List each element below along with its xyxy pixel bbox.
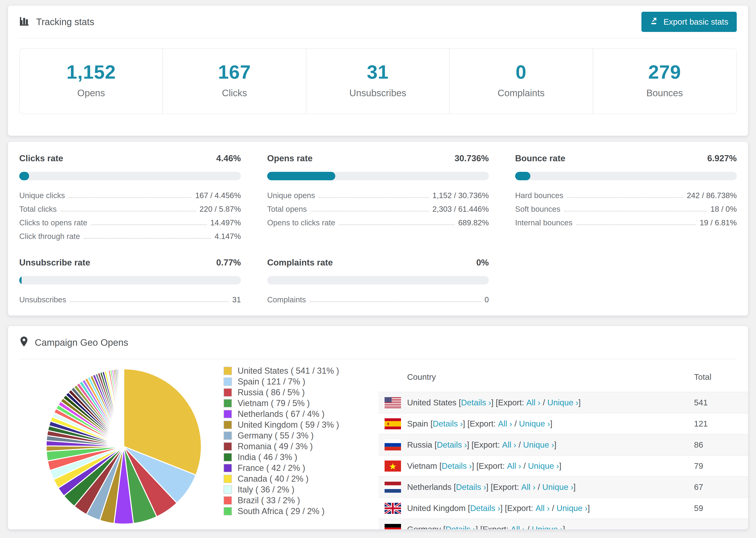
geo-content: United States ( 541 / 31% )Spain ( 121 /… bbox=[8, 359, 748, 529]
flag-ru-icon bbox=[385, 439, 401, 451]
details-link[interactable]: Details › bbox=[445, 525, 475, 529]
legend-item-india[interactable]: India ( 46 / 3% ) bbox=[224, 452, 378, 463]
legend-item-italy[interactable]: Italy ( 36 / 2% ) bbox=[224, 484, 378, 495]
country-total: 79 bbox=[694, 461, 748, 471]
details-link[interactable]: Details › bbox=[433, 419, 463, 428]
export-basic-stats-button[interactable]: Export basic stats bbox=[641, 12, 737, 32]
export-icon bbox=[650, 17, 659, 27]
rate-title: Clicks rate bbox=[19, 153, 63, 163]
country-total: 59 bbox=[694, 504, 748, 513]
tracking-stats-card: Tracking stats Export basic stats 1,152O… bbox=[8, 5, 748, 136]
dotted-leader bbox=[310, 301, 481, 302]
pie-slice-other-43[interactable] bbox=[123, 369, 124, 447]
country-name: United States bbox=[407, 398, 457, 407]
rate-detail-value: 167 / 4.456% bbox=[195, 191, 241, 200]
legend-label: South Africa ( 29 / 2% ) bbox=[238, 506, 324, 516]
country-name: Germany bbox=[407, 525, 441, 529]
export-all-link[interactable]: All › bbox=[521, 482, 535, 492]
legend-item-netherlands[interactable]: Netherlands ( 67 / 4% ) bbox=[224, 409, 378, 419]
export-unique-link[interactable]: Unique › bbox=[523, 440, 554, 450]
legend-item-france[interactable]: France ( 42 / 2% ) bbox=[224, 463, 378, 473]
rate-progress-fill bbox=[19, 172, 29, 180]
rate-value: 30.736% bbox=[455, 153, 489, 163]
legend-item-canada[interactable]: Canada ( 40 / 2% ) bbox=[224, 473, 378, 484]
bracket: [ bbox=[465, 504, 470, 513]
export-all-link[interactable]: All › bbox=[502, 440, 516, 450]
rate-progress-bar bbox=[267, 172, 489, 180]
export-all-link[interactable]: All › bbox=[498, 419, 512, 428]
dotted-leader bbox=[339, 224, 455, 225]
export-all-link[interactable]: All › bbox=[507, 461, 521, 471]
separator: / bbox=[521, 461, 528, 471]
export-unique-link[interactable]: Unique › bbox=[547, 398, 578, 407]
rate-detail-value: 242 / 86.738% bbox=[687, 191, 737, 200]
dotted-leader bbox=[70, 301, 229, 302]
geo-table-row-germany: Germany [Details ›] [Export: All › / Uni… bbox=[378, 519, 748, 529]
geo-table-row-united-kingdom: United Kingdom [Details ›] [Export: All … bbox=[378, 498, 748, 519]
export-unique-link[interactable]: Unique › bbox=[557, 504, 587, 513]
legend-label: Vietnam ( 79 / 5% ) bbox=[238, 398, 310, 408]
rate-detail-row: Unsubscribes31 bbox=[19, 291, 241, 304]
legend-item-brazil[interactable]: Brazil ( 33 / 2% ) bbox=[224, 495, 378, 506]
rate-value: 6.927% bbox=[707, 153, 737, 163]
legend-swatch bbox=[224, 485, 232, 494]
rate-detail-value: 1,152 / 30.736% bbox=[432, 191, 489, 200]
legend-label: Romania ( 49 / 3% ) bbox=[238, 442, 313, 452]
rate-detail-value: 31 bbox=[232, 295, 241, 304]
bracket: ] [Export: bbox=[491, 398, 526, 407]
stat-cell-unsubscribes: 31Unsubscribes bbox=[306, 49, 450, 114]
bracket: [ bbox=[437, 461, 442, 471]
legend-label: Canada ( 40 / 2% ) bbox=[238, 474, 308, 484]
rates-card: Clicks rate4.46%Unique clicks167 / 4.456… bbox=[8, 141, 748, 316]
details-link[interactable]: Details › bbox=[456, 482, 486, 492]
rate-detail-value: 19 / 6.81% bbox=[700, 218, 737, 227]
separator: / bbox=[516, 440, 523, 450]
legend-item-south-africa[interactable]: South Africa ( 29 / 2% ) bbox=[224, 506, 378, 517]
legend-item-vietnam[interactable]: Vietnam ( 79 / 5% ) bbox=[224, 398, 378, 409]
export-unique-link[interactable]: Unique › bbox=[519, 419, 550, 428]
legend-item-united-kingdom[interactable]: United Kingdom ( 59 / 3% ) bbox=[224, 419, 378, 430]
legend-item-united-states[interactable]: United States ( 541 / 31% ) bbox=[224, 365, 378, 376]
column-header-total: Total bbox=[694, 372, 748, 382]
legend-label: India ( 46 / 3% ) bbox=[238, 452, 297, 462]
stat-label: Opens bbox=[77, 88, 105, 98]
map-marker-icon bbox=[19, 336, 28, 349]
bracket: [ bbox=[452, 482, 456, 492]
details-link[interactable]: Details › bbox=[461, 398, 491, 407]
campaign-geo-opens-card: Campaign Geo Opens United States ( 541 /… bbox=[8, 326, 748, 529]
legend-swatch bbox=[224, 496, 232, 505]
country-name: United Kingdom bbox=[407, 504, 465, 513]
export-unique-link[interactable]: Unique › bbox=[528, 461, 559, 471]
rate-progress-bar bbox=[267, 276, 489, 285]
legend-item-germany[interactable]: Germany ( 55 / 3% ) bbox=[224, 430, 378, 441]
details-link[interactable]: Details › bbox=[437, 440, 467, 450]
details-link[interactable]: Details › bbox=[442, 461, 472, 471]
rate-detail-row: Soft bounces18 / 0% bbox=[515, 200, 737, 214]
rate-detail-value: 4.147% bbox=[215, 232, 241, 241]
geo-table-row-spain: Spain [Details ›] [Export: All › / Uniqu… bbox=[378, 413, 748, 435]
bracket: ] [Export: bbox=[472, 461, 507, 471]
rate-block-unsubscribe-rate: Unsubscribe rate0.77%Unsubscribes31 bbox=[19, 258, 241, 304]
rate-detail-label: Complaints bbox=[267, 295, 306, 304]
rate-detail-label: Hard bounces bbox=[515, 191, 563, 200]
details-link[interactable]: Details › bbox=[470, 504, 500, 513]
bracket: ] [Export: bbox=[486, 482, 521, 492]
export-all-link[interactable]: All › bbox=[526, 398, 540, 407]
legend-item-romania[interactable]: Romania ( 49 / 3% ) bbox=[224, 441, 378, 452]
legend-item-russia[interactable]: Russia ( 86 / 5% ) bbox=[224, 387, 378, 398]
tracking-stats-title: Tracking stats bbox=[19, 16, 94, 28]
legend-swatch bbox=[224, 475, 232, 483]
rate-title: Complaints rate bbox=[267, 258, 333, 268]
country-total: 121 bbox=[694, 419, 748, 428]
export-unique-link[interactable]: Unique › bbox=[542, 482, 573, 492]
rate-detail-row: Opens to clicks rate689.82% bbox=[267, 214, 489, 227]
bracket: ] [Export: bbox=[476, 525, 511, 529]
separator: / bbox=[525, 525, 532, 529]
geo-table-row-russia: Russia [Details ›] [Export: All › / Uniq… bbox=[378, 435, 748, 456]
rate-progress-bar bbox=[515, 172, 737, 180]
export-all-link[interactable]: All › bbox=[511, 525, 525, 529]
export-all-link[interactable]: All › bbox=[536, 504, 550, 513]
export-unique-link[interactable]: Unique › bbox=[532, 525, 563, 529]
rate-detail-row: Internal bounces19 / 6.81% bbox=[515, 214, 737, 227]
legend-item-spain[interactable]: Spain ( 121 / 7% ) bbox=[224, 376, 378, 387]
